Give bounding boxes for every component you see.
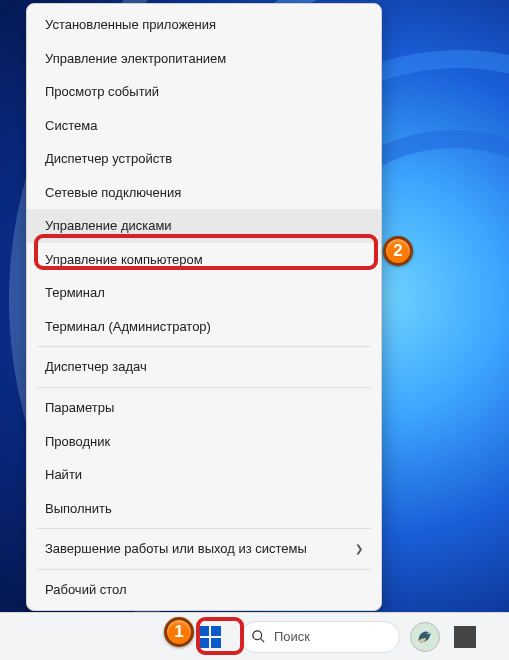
taskbar-avatar-icon[interactable]	[410, 622, 440, 652]
annotation-badge-2: 2	[383, 236, 413, 266]
menu-item-event-viewer[interactable]: Просмотр событий	[27, 75, 381, 109]
menu-item-device-manager[interactable]: Диспетчер устройств	[27, 142, 381, 176]
menu-item-installed-apps[interactable]: Установленные приложения	[27, 8, 381, 42]
menu-item-system[interactable]: Система	[27, 109, 381, 143]
taskbar-search[interactable]: Поиск	[240, 621, 400, 653]
desktop-background: Установленные приложения Управление элек…	[0, 0, 509, 660]
taskbar-app-icon[interactable]	[454, 626, 476, 648]
menu-item-power-options[interactable]: Управление электропитанием	[27, 42, 381, 76]
menu-separator	[37, 346, 371, 347]
windows-logo-icon	[199, 626, 221, 648]
menu-item-terminal[interactable]: Терминал	[27, 276, 381, 310]
menu-item-explorer[interactable]: Проводник	[27, 425, 381, 459]
menu-item-shutdown-signout[interactable]: Завершение работы или выход из системы ❯	[27, 532, 381, 566]
menu-separator	[37, 569, 371, 570]
menu-item-settings[interactable]: Параметры	[27, 391, 381, 425]
menu-item-desktop[interactable]: Рабочий стол	[27, 573, 381, 607]
svg-line-1	[260, 638, 264, 642]
taskbar: Поиск	[0, 612, 509, 660]
menu-separator	[37, 528, 371, 529]
menu-item-search[interactable]: Найти	[27, 458, 381, 492]
svg-point-2	[427, 632, 428, 633]
svg-point-0	[253, 631, 262, 640]
bird-icon	[414, 626, 436, 648]
menu-item-network-connections[interactable]: Сетевые подключения	[27, 176, 381, 210]
winx-power-menu: Установленные приложения Управление элек…	[26, 3, 382, 611]
menu-item-task-manager[interactable]: Диспетчер задач	[27, 350, 381, 384]
chevron-right-icon: ❯	[355, 542, 363, 556]
annotation-badge-1: 1	[164, 617, 194, 647]
menu-separator	[37, 387, 371, 388]
start-button[interactable]	[190, 621, 230, 653]
menu-item-terminal-admin[interactable]: Терминал (Администратор)	[27, 310, 381, 344]
menu-item-run[interactable]: Выполнить	[27, 492, 381, 526]
menu-item-computer-management[interactable]: Управление компьютером	[27, 243, 381, 277]
search-icon	[251, 629, 266, 644]
menu-item-disk-management[interactable]: Управление дисками	[27, 209, 381, 243]
taskbar-search-label: Поиск	[274, 629, 310, 644]
